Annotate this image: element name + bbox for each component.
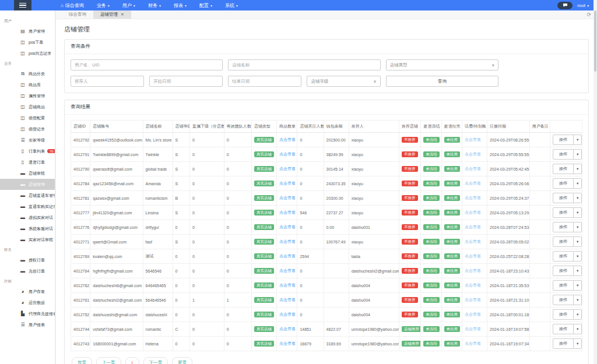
shop-level-select[interactable]: 店铺等级 ∨: [307, 76, 380, 87]
goods-view-link[interactable]: 点击查看: [279, 152, 296, 156]
action-dropdown-button[interactable]: ▼: [574, 324, 582, 334]
sidebar-item[interactable]: ◕运营数据: [0, 297, 55, 308]
hamburger-menu-icon[interactable]: [14, 0, 31, 10]
action-button[interactable]: 操作: [553, 149, 574, 160]
goods-view-link[interactable]: 点击查看: [279, 137, 296, 142]
fee-view-link[interactable]: 点击查看: [465, 254, 481, 258]
action-button[interactable]: 操作: [553, 193, 574, 203]
fee-view-link[interactable]: 点击查看: [465, 152, 481, 156]
goods-view-link[interactable]: 点击查看: [279, 196, 296, 200]
scrollbar-thumb[interactable]: [594, 10, 596, 72]
goods-view-link[interactable]: 点击查看: [279, 254, 296, 258]
action-button[interactable]: 操作: [553, 295, 574, 305]
username-uid-input[interactable]: [71, 59, 223, 70]
start-date-input[interactable]: [149, 76, 223, 87]
fee-view-link[interactable]: 点击查看: [465, 327, 481, 331]
goods-view-link[interactable]: 点击查看: [279, 239, 296, 243]
message-button[interactable]: [557, 2, 573, 9]
fee-view-link[interactable]: 点击查看: [465, 196, 481, 200]
sidebar-item[interactable]: ▬虚拟买家对话: [0, 212, 55, 223]
action-button[interactable]: 操作: [553, 266, 574, 276]
action-button[interactable]: 操作: [553, 222, 574, 232]
page-nav-button[interactable]: 上一页: [96, 357, 121, 364]
goods-view-link[interactable]: 点击查看: [279, 268, 296, 273]
tab-店铺管理[interactable]: 店铺管理✕: [93, 10, 131, 19]
action-button[interactable]: 操作: [553, 338, 574, 349]
fee-view-link[interactable]: 点击查看: [465, 283, 481, 287]
sidebar-item[interactable]: ▬授权订单: [0, 255, 55, 266]
goods-view-link[interactable]: 点击查看: [279, 341, 296, 345]
shop-name-input[interactable]: [228, 59, 380, 70]
action-button[interactable]: 操作: [553, 251, 574, 261]
fee-view-link[interactable]: 点击查看: [465, 298, 481, 302]
goods-view-link[interactable]: 点击查看: [279, 327, 296, 331]
fee-view-link[interactable]: 点击查看: [465, 181, 481, 185]
action-button[interactable]: 操作: [553, 164, 574, 174]
action-dropdown-button[interactable]: ▼: [574, 193, 582, 203]
goods-view-link[interactable]: 点击查看: [279, 225, 296, 229]
fee-view-link[interactable]: 点击查看: [465, 312, 481, 316]
page-current-button[interactable]: 1: [125, 357, 139, 364]
sidebar-item[interactable]: ◫借贷记录: [0, 123, 55, 135]
goods-view-link[interactable]: 点击查看: [279, 312, 296, 316]
action-dropdown-button[interactable]: ▼: [574, 338, 582, 349]
sidebar-item[interactable]: ◫店铺商品: [0, 101, 55, 112]
page-scrollbar[interactable]: [594, 0, 597, 364]
shop-type-select[interactable]: 店铺类型 ∨: [386, 59, 499, 70]
action-dropdown-button[interactable]: ▼: [574, 309, 582, 320]
nav-item-2[interactable]: 用户▾: [122, 2, 135, 9]
page-nav-button[interactable]: 下一页: [143, 357, 168, 364]
fee-view-link[interactable]: 点击查看: [465, 137, 481, 142]
end-date-input[interactable]: [228, 76, 301, 87]
page-nav-button[interactable]: 尾页: [172, 357, 192, 364]
action-dropdown-button[interactable]: ▼: [574, 222, 582, 232]
action-dropdown-button[interactable]: ▼: [574, 295, 582, 305]
close-icon[interactable]: ✕: [121, 12, 124, 17]
sidebar-item[interactable]: ◫pos日志记录: [0, 48, 55, 59]
action-dropdown-button[interactable]: ▼: [574, 236, 582, 247]
sidebar-item[interactable]: ☰卖家等级: [0, 135, 55, 146]
action-button[interactable]: 操作: [553, 178, 574, 189]
sidebar-item[interactable]: ⧉商品分类: [0, 68, 55, 79]
action-dropdown-button[interactable]: ▼: [574, 178, 582, 189]
goods-view-link[interactable]: 点击查看: [279, 210, 296, 214]
goods-view-link[interactable]: 点击查看: [279, 181, 296, 185]
sidebar-item[interactable]: ◫属性管理: [0, 90, 55, 101]
sidebar-item[interactable]: ▬充值订单: [0, 266, 55, 277]
search-button[interactable]: 查询: [386, 76, 499, 87]
sidebar-item[interactable]: ☰用户报表: [0, 319, 55, 330]
sidebar-item[interactable]: ▬系统客服对话: [0, 223, 55, 234]
page-nav-button[interactable]: 首页: [72, 357, 92, 364]
sidebar-item[interactable]: ◫借贷配置: [0, 112, 55, 123]
fee-view-link[interactable]: 点击查看: [465, 167, 481, 171]
goods-view-link[interactable]: 点击查看: [279, 283, 296, 287]
action-button[interactable]: 操作: [553, 309, 574, 320]
fee-view-link[interactable]: 点击查看: [465, 268, 481, 273]
action-button[interactable]: 操作: [553, 280, 574, 291]
action-dropdown-button[interactable]: ▼: [574, 164, 582, 174]
sidebar-item[interactable]: ▬店铺审核: [0, 168, 55, 179]
sidebar-item[interactable]: ▬买家对话审核: [0, 234, 55, 245]
sidebar-item[interactable]: ▬直通车购买记录: [0, 201, 55, 212]
sidebar-item[interactable]: ◫商品库: [0, 79, 55, 90]
action-dropdown-button[interactable]: ▼: [574, 280, 582, 291]
sidebar-item[interactable]: ◫pos下单: [0, 37, 55, 48]
goods-view-link[interactable]: 点击查看: [279, 298, 296, 302]
action-button[interactable]: 操作: [553, 324, 574, 334]
action-button[interactable]: 操作: [553, 207, 574, 218]
nav-item-5[interactable]: 配置▾: [199, 2, 212, 9]
fee-view-link[interactable]: 点击查看: [465, 210, 481, 214]
action-dropdown-button[interactable]: ▼: [574, 266, 582, 276]
nav-item-4[interactable]: 报表▾: [174, 2, 187, 9]
sidebar-item[interactable]: ▯退货订单: [0, 157, 55, 168]
sidebar-item-active[interactable]: ▬店铺管理: [0, 179, 55, 190]
action-button[interactable]: 操作: [553, 135, 574, 145]
nav-item-6[interactable]: 系统▾: [225, 2, 238, 9]
action-dropdown-button[interactable]: ▼: [574, 207, 582, 218]
user-menu[interactable]: root ▾: [577, 3, 589, 8]
sidebar-item[interactable]: ▯订单列表70: [0, 146, 55, 157]
sidebar-item[interactable]: ▤用户管理: [0, 26, 55, 37]
action-dropdown-button[interactable]: ▼: [574, 251, 582, 261]
referrer-input[interactable]: [71, 76, 144, 87]
goods-view-link[interactable]: 点击查看: [279, 167, 296, 171]
